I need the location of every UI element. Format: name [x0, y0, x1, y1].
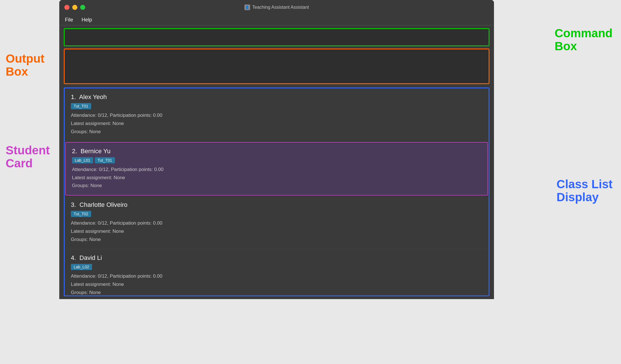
student-name: 4. David Li	[71, 254, 482, 262]
menu-bar: File Help	[59, 15, 494, 25]
student-card[interactable]: 3. Charlotte Oliveiro Tut_T02 Attendance…	[65, 196, 489, 249]
student-tags: Tut_T01	[71, 103, 482, 109]
app-content: 1. Alex Yeoh Tut_T01 Attendance: 0/12, P…	[59, 25, 494, 299]
close-button[interactable]	[64, 5, 69, 10]
output-box-wrapper	[64, 49, 489, 84]
student-name: 1. Alex Yeoh	[71, 93, 482, 101]
maximize-button[interactable]	[80, 5, 85, 10]
student-tag: Lab_L02	[71, 264, 92, 270]
student-tags: Lab_L01Tut_T01	[72, 157, 481, 163]
student-name: 2. Bernice Yu	[72, 148, 481, 155]
student-tag: Tut_T01	[95, 157, 115, 163]
student-card[interactable]: 4. David Li Lab_L02 Attendance: 0/12, Pa…	[65, 249, 489, 296]
student-info: Attendance: 0/12, Participation points: …	[72, 166, 481, 190]
title-bar: 👤 Teaching Assistant Assistant	[59, 0, 494, 15]
desktop: CommandBox OutputBox StudentCard Class L…	[0, 0, 621, 364]
student-tags: Lab_L02	[71, 264, 482, 270]
class-list-display[interactable]: 1. Alex Yeoh Tut_T01 Attendance: 0/12, P…	[64, 87, 489, 296]
student-tag: Lab_L01	[72, 157, 93, 163]
command-box-wrapper	[64, 28, 489, 46]
window-title: 👤 Teaching Assistant Assistant	[244, 5, 309, 10]
traffic-lights	[64, 5, 85, 10]
student-card-label: StudentCard	[6, 144, 50, 170]
menu-file[interactable]: File	[65, 17, 73, 23]
menu-help[interactable]: Help	[82, 17, 92, 23]
class-list-label: Class ListDisplay	[557, 178, 613, 204]
student-info: Attendance: 0/12, Participation points: …	[71, 219, 482, 244]
student-tag: Tut_T01	[71, 103, 91, 109]
output-box	[65, 49, 489, 83]
output-box-label: OutputBox	[6, 52, 45, 78]
student-tag: Tut_T02	[71, 211, 91, 217]
command-input[interactable]	[65, 29, 489, 45]
student-card[interactable]: 2. Bernice Yu Lab_L01Tut_T01 Attendance:…	[65, 142, 488, 196]
main-window: 👤 Teaching Assistant Assistant File Help	[59, 0, 494, 299]
command-box-label: CommandBox	[555, 27, 613, 53]
student-name: 3. Charlotte Oliveiro	[71, 201, 482, 209]
student-card[interactable]: 1. Alex Yeoh Tut_T01 Attendance: 0/12, P…	[65, 88, 489, 141]
app-icon: 👤	[244, 5, 250, 10]
student-tags: Tut_T02	[71, 211, 482, 217]
student-info: Attendance: 0/12, Participation points: …	[71, 111, 482, 136]
minimize-button[interactable]	[72, 5, 77, 10]
student-info: Attendance: 0/12, Participation points: …	[71, 272, 482, 296]
